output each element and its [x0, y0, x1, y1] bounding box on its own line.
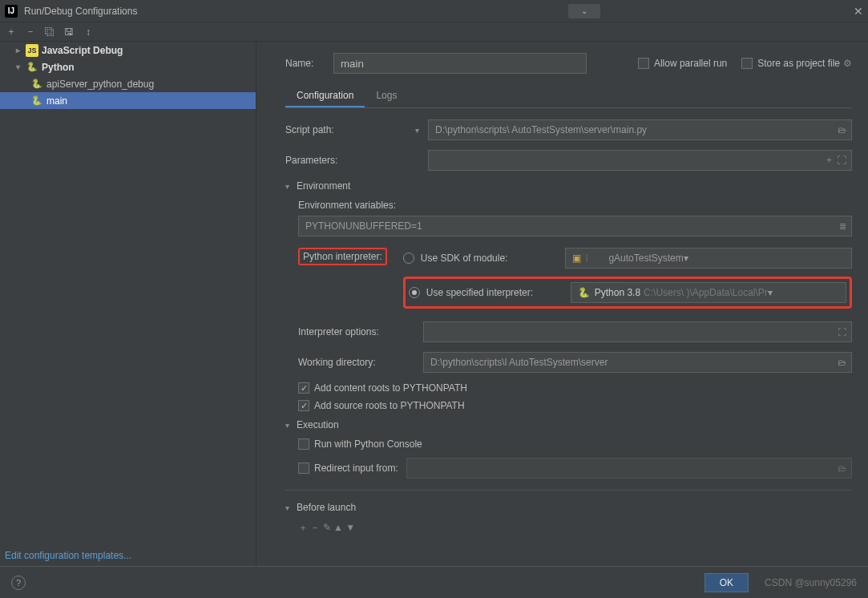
radio-unchecked[interactable]	[403, 253, 414, 264]
config-tabs: Configuration Logs	[285, 85, 852, 108]
config-form: Name: Allow parallel run Store as projec…	[256, 42, 868, 566]
folder-icon[interactable]: 🗁	[838, 125, 846, 135]
tree-item-label: JavaScript Debug	[42, 45, 123, 56]
tree-item-main[interactable]: 🐍 main	[0, 92, 256, 109]
before-launch-section-header[interactable]: ▾ Before launch	[285, 502, 852, 513]
allow-parallel-checkbox[interactable]: Allow parallel run	[638, 58, 727, 69]
python-icon: 🐍	[30, 78, 43, 91]
save-config-button[interactable]: 🖫	[63, 26, 75, 38]
python-icon: 🐍	[26, 61, 38, 74]
dialog-footer: ? OK CSDN @sunny05296	[0, 566, 868, 598]
module-icon: ▣	[572, 253, 581, 264]
script-path-input[interactable]: D:\python\scripts\ AutoTestSystem\server…	[428, 119, 852, 140]
interpreter-options-input[interactable]: ⛶	[423, 321, 852, 342]
folder-icon[interactable]: 🗁	[838, 358, 846, 367]
chevron-down-icon: ▾	[285, 503, 297, 512]
edit-templates-link[interactable]: Edit configuration templates...	[0, 542, 256, 566]
execution-section-header[interactable]: ▾ Execution	[285, 419, 852, 430]
tree-item-label: main	[46, 95, 67, 107]
chevron-down-icon[interactable]: ▾	[684, 253, 688, 264]
plus-icon[interactable]: +	[826, 155, 832, 166]
tree-item-apiserver[interactable]: 🐍 apiServer_python_debug	[0, 75, 256, 92]
copy-config-button[interactable]: ⿻	[43, 26, 56, 38]
expand-icon[interactable]: ⛶	[838, 327, 846, 337]
store-project-label: Store as project file	[757, 58, 840, 69]
env-vars-label: Environment variables:	[298, 200, 852, 211]
chevron-down-icon: ▾	[285, 421, 297, 430]
chevron-right-icon: ▸	[16, 46, 26, 55]
config-tree: ▸ JS JavaScript Debug ▾ 🐍 Python 🐍 apiSe…	[0, 42, 256, 566]
add-content-roots-checkbox[interactable]: Add content roots to PYTHONPATH	[298, 382, 852, 394]
script-path-label: Script path:	[285, 124, 406, 135]
chevron-down-icon: ▾	[16, 63, 26, 71]
redirect-input-path: 🗁	[406, 458, 852, 479]
folder-icon: 🗁	[838, 463, 846, 473]
name-label: Name:	[285, 58, 333, 69]
app-icon: IJ	[5, 5, 18, 18]
add-config-button[interactable]: ＋	[5, 25, 18, 38]
close-icon[interactable]: ✕	[839, 5, 863, 18]
tab-configuration[interactable]: Configuration	[285, 85, 365, 107]
working-dir-label: Working directory:	[298, 357, 418, 368]
titlebar: IJ Run/Debug Configurations ⌄ ✕	[0, 0, 868, 22]
python-interpreter-label: Python interpreter:	[298, 248, 387, 265]
allow-parallel-label: Allow parallel run	[654, 58, 727, 69]
sdk-module-select[interactable]: ▣ l gAutoTestSystem ▾	[565, 248, 852, 269]
remove-config-button[interactable]: －	[24, 25, 37, 38]
specified-interpreter-select[interactable]: 🐍 Python 3.8 C:\Users\ )\AppData\Local\P…	[571, 282, 846, 303]
tree-item-python[interactable]: ▾ 🐍 Python	[0, 59, 256, 75]
specified-interpreter-option[interactable]: Use specified interpreter: 🐍 Python 3.8 …	[409, 282, 846, 303]
list-icon[interactable]: ≣	[839, 221, 846, 232]
center-dropdown[interactable]: ⌄	[568, 4, 600, 18]
name-input[interactable]	[333, 53, 587, 74]
help-button[interactable]: ?	[11, 576, 26, 590]
gear-icon[interactable]: ⚙	[843, 58, 852, 69]
parameters-label: Parameters:	[285, 155, 406, 166]
window-title: Run/Debug Configurations	[24, 6, 264, 17]
sort-config-button[interactable]: ↕	[82, 26, 95, 38]
add-source-roots-checkbox[interactable]: Add source roots to PYTHONPATH	[298, 400, 852, 411]
python-icon: 🐍	[30, 95, 43, 107]
sdk-module-option[interactable]: Use SDK of module: ▣ l gAutoTestSystem ▾	[403, 248, 852, 269]
env-vars-input[interactable]: PYTHONUNBUFFERED=1 ≣	[298, 216, 852, 236]
config-toolbar: ＋ － ⿻ 🖫 ↕	[0, 22, 868, 42]
working-dir-input[interactable]: D:\python\scripts\l AutoTestSystem\serve…	[423, 352, 852, 373]
expand-icon[interactable]: ⛶	[837, 155, 846, 166]
ok-button[interactable]: OK	[704, 573, 749, 592]
tree-item-label: Python	[42, 62, 75, 73]
chevron-down-icon[interactable]: ▾	[410, 126, 423, 135]
interpreter-options-label: Interpreter options:	[298, 326, 418, 337]
store-project-checkbox[interactable]: Store as project file ⚙	[741, 58, 852, 69]
tree-item-label: apiServer_python_debug	[46, 79, 154, 90]
js-icon: JS	[26, 44, 38, 57]
before-launch-toolbar: ＋ － ✎ ▲ ▼	[298, 521, 852, 535]
tree-item-javascript-debug[interactable]: ▸ JS JavaScript Debug	[0, 42, 256, 59]
environment-section-header[interactable]: ▾ Environment	[285, 180, 852, 192]
radio-checked[interactable]	[409, 287, 420, 298]
run-console-checkbox[interactable]: Run with Python Console	[298, 438, 852, 450]
watermark: CSDN @sunny05296	[765, 577, 857, 588]
chevron-down-icon: ▾	[285, 182, 297, 191]
chevron-down-icon[interactable]: ▾	[768, 287, 773, 298]
redirect-input-checkbox[interactable]: Redirect input from:	[298, 463, 398, 474]
python-icon: 🐍	[578, 287, 590, 298]
tab-logs[interactable]: Logs	[365, 85, 408, 107]
parameters-input[interactable]: + ⛶	[428, 150, 852, 171]
